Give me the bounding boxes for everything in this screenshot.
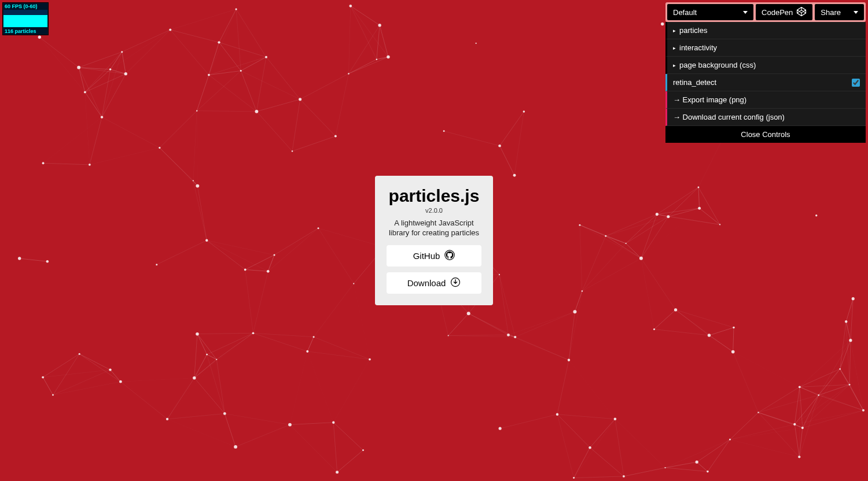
fps-graph: [3, 10, 47, 27]
chevron-down-icon: [743, 11, 748, 14]
card-version: v2.0.0: [387, 207, 481, 214]
github-icon: [444, 250, 455, 262]
folder-particles-label: particles: [679, 26, 707, 35]
controls-panel: Default CodePen Share particles interact…: [665, 2, 866, 143]
share-button[interactable]: Share: [815, 4, 864, 20]
property-retina-detect[interactable]: retina_detect: [665, 74, 866, 91]
folder-page-background[interactable]: page background (css): [665, 57, 866, 74]
action-export-image[interactable]: → Export image (png): [665, 91, 866, 109]
stats-box: 60 FPS (0-60) 116 particles: [2, 2, 49, 35]
download-config-label: → Download current config (json): [673, 113, 785, 121]
codepen-icon: [796, 6, 807, 18]
download-button[interactable]: Download: [387, 272, 481, 294]
preset-select[interactable]: Default: [667, 4, 753, 20]
folder-interactivity[interactable]: interactivity: [665, 39, 866, 57]
github-button-label: GitHub: [413, 251, 440, 261]
card-title: particles.js: [387, 186, 481, 206]
codepen-label: CodePen: [762, 8, 793, 17]
folder-interactivity-label: interactivity: [679, 43, 717, 52]
close-controls-label: Close Controls: [741, 130, 790, 139]
fps-label: 60 FPS (0-60): [3, 3, 48, 10]
codepen-button[interactable]: CodePen: [756, 4, 812, 20]
action-download-config[interactable]: → Download current config (json): [665, 109, 866, 126]
panel-list: particles interactivity page background …: [665, 22, 866, 143]
retina-detect-label: retina_detect: [673, 78, 716, 87]
close-controls-button[interactable]: Close Controls: [665, 126, 866, 143]
fps-graph-fill: [3, 15, 47, 27]
particle-count-label: 116 particles: [3, 28, 48, 35]
download-icon: [450, 277, 461, 289]
chevron-down-icon: [854, 11, 858, 14]
retina-detect-checkbox[interactable]: [852, 79, 860, 87]
preset-selected-label: Default: [673, 8, 697, 17]
main-card: particles.js v2.0.0 A lightweight JavaSc…: [375, 176, 493, 305]
share-label: Share: [821, 8, 841, 17]
panel-top-bar: Default CodePen Share: [665, 2, 866, 22]
card-description: A lightweight JavaScript library for cre…: [387, 219, 481, 238]
folder-page-background-label: page background (css): [679, 61, 756, 69]
download-button-label: Download: [407, 278, 446, 288]
folder-particles[interactable]: particles: [665, 22, 866, 39]
export-image-label: → Export image (png): [673, 95, 746, 104]
github-button[interactable]: GitHub: [387, 245, 481, 267]
